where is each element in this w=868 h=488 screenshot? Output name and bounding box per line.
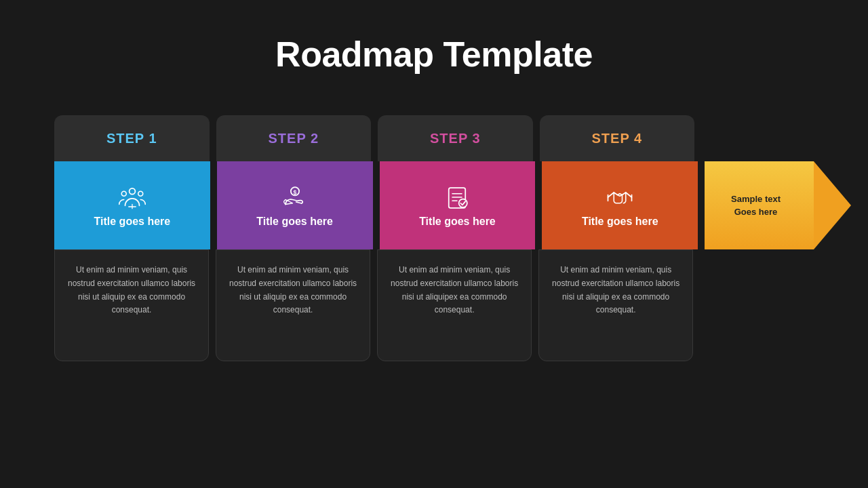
step4-icon-cell: Title goes here	[542, 161, 698, 249]
meeting-icon	[118, 183, 146, 211]
arrow-line2: Goes here	[734, 207, 778, 217]
handshake-icon	[606, 183, 634, 211]
svg-point-2	[138, 191, 143, 196]
step4-title: Title goes here	[582, 216, 658, 228]
step2-title: Title goes here	[256, 216, 333, 228]
step1-title: Title goes here	[94, 216, 171, 228]
arrow-desc-placeholder	[700, 249, 814, 361]
desc-row: Ut enim ad minim veniam, quis nostrud ex…	[54, 249, 814, 361]
step2-desc: Ut enim ad minim veniam, quis nostrud ex…	[216, 249, 370, 361]
step1-label: STEP 1	[54, 115, 210, 161]
step3-label: STEP 3	[378, 115, 533, 161]
step1-icon-cell: Title goes here	[54, 161, 210, 249]
arrow-text: Sample text Goes here	[731, 192, 787, 219]
label-row: STEP 1 STEP 2 STEP 3 STEP 4	[54, 115, 814, 161]
step4-label: STEP 4	[540, 115, 695, 161]
step3-icon-cell: Title goes here	[380, 161, 536, 249]
step2-label: STEP 2	[216, 115, 372, 161]
icon-row: Title goes here $ Title goes here T	[54, 161, 814, 249]
arrow-pointer	[814, 161, 851, 249]
arrow-body: Sample text Goes here	[705, 161, 814, 249]
arrow-label-placeholder	[701, 115, 814, 161]
step3-title: Title goes here	[419, 216, 496, 228]
page-title: Roadmap Template	[275, 34, 593, 75]
svg-point-1	[121, 191, 126, 196]
checklist-icon	[443, 183, 471, 211]
step1-desc: Ut enim ad minim veniam, quis nostrud ex…	[54, 249, 209, 361]
roadmap-container: STEP 1 STEP 2 STEP 3 STEP 4 Title goes h…	[54, 115, 814, 361]
svg-point-0	[130, 188, 136, 195]
money-icon: $	[281, 183, 309, 211]
svg-text:$: $	[293, 189, 296, 196]
step2-icon-cell: $ Title goes here	[217, 161, 373, 249]
arrow-line1: Sample text	[731, 194, 781, 204]
arrow-cell: Sample text Goes here	[705, 161, 814, 249]
step4-desc: Ut enim ad minim veniam, quis nostrud ex…	[538, 249, 693, 361]
step3-desc: Ut enim ad minim veniam, quis nostrud ex…	[377, 249, 532, 361]
